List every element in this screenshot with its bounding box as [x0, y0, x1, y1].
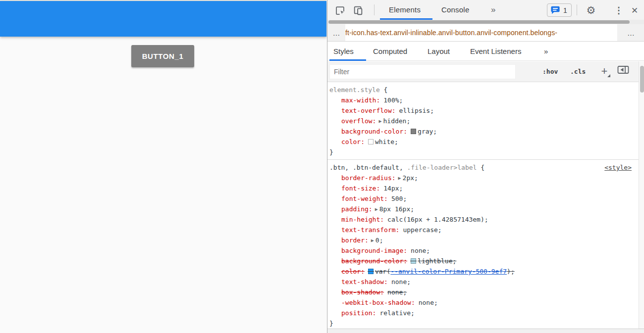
- color-swatch-primary-blue[interactable]: [368, 269, 374, 274]
- var-function-close: );: [507, 268, 515, 275]
- devtools-bottom-strip: [327, 329, 644, 333]
- css-variable-link[interactable]: --anvil-color-Primary-500-9ef7: [390, 268, 507, 275]
- style-source-link[interactable]: <style>: [604, 162, 632, 173]
- css-property-text-transform[interactable]: text-transform:uppercase;: [327, 225, 639, 235]
- kebab-menu-icon[interactable]: ⋮: [613, 4, 625, 16]
- css-property-border[interactable]: border:▶0;: [327, 235, 639, 245]
- message-bubble-icon: [550, 6, 560, 15]
- expand-shorthand-icon[interactable]: ▶: [378, 118, 381, 124]
- toggle-hover-state-button[interactable]: :hov: [542, 65, 558, 79]
- open-brace: {: [477, 164, 484, 171]
- selector-element-style: element.style: [329, 86, 380, 94]
- color-swatch-white[interactable]: [368, 139, 374, 144]
- css-property-background-image[interactable]: background-image:none;: [327, 245, 639, 256]
- tab-event-listeners[interactable]: Event Listeners: [470, 42, 521, 61]
- css-property-max-width[interactable]: max-width:100%;: [327, 95, 639, 105]
- settings-gear-icon[interactable]: ⚙: [585, 4, 597, 16]
- css-property-color[interactable]: color:white;: [327, 137, 639, 147]
- css-property-min-height[interactable]: min-height:calc(16px + 1.42857143em);: [327, 214, 639, 225]
- toggle-element-classes-button[interactable]: .cls: [570, 65, 586, 79]
- more-sidebar-tabs-icon[interactable]: »: [544, 42, 548, 61]
- dom-breadcrumb-bar: … ft-icon.has-text.anvil-inlinable.anvil…: [327, 24, 644, 42]
- more-tabs-icon[interactable]: »: [491, 0, 496, 20]
- device-toolbar-icon[interactable]: [352, 4, 364, 16]
- issues-counter-button[interactable]: 1: [547, 3, 572, 17]
- inspect-element-icon[interactable]: [334, 4, 346, 16]
- tab-styles[interactable]: Styles: [333, 42, 354, 61]
- tab-console[interactable]: Console: [441, 0, 469, 20]
- var-function-open: var(: [375, 268, 390, 275]
- css-rule-btn: <style>.btn, .btn-default, .file-loader>…: [327, 159, 639, 331]
- close-brace-line: }: [327, 318, 639, 329]
- css-rule-element-style: element.style { max-width:100%; text-ove…: [327, 82, 639, 159]
- toolbar-divider: [374, 4, 375, 15]
- styles-sidebar-tabs: Styles Computed Layout Event Listeners »: [327, 42, 644, 61]
- breadcrumb-overflow-left[interactable]: …: [327, 24, 345, 41]
- expand-shorthand-icon[interactable]: ▶: [398, 175, 401, 181]
- horizontal-scrollbar-thumb[interactable]: [328, 20, 630, 24]
- styles-filter-bar: :hov .cls +: [327, 61, 644, 82]
- css-property-font-size[interactable]: font-size:14px;: [327, 183, 639, 193]
- color-swatch-lightblue[interactable]: [411, 258, 416, 264]
- open-brace: {: [384, 86, 388, 94]
- issues-count-label: 1: [563, 6, 567, 14]
- toggle-sidebar-icon[interactable]: [617, 65, 629, 74]
- app-preview-pane: BUTTON_1: [0, 0, 326, 333]
- selector-matched: .btn, .btn-default,: [329, 164, 403, 171]
- css-property-font-weight[interactable]: font-weight:500;: [327, 193, 639, 204]
- close-brace-line: }: [327, 147, 639, 157]
- styles-vertical-scrollbar: [639, 61, 644, 329]
- styles-pane: element.style { max-width:100%; text-ove…: [327, 82, 639, 329]
- devtools-toolbar: Elements Console » 1 ⚙ ⋮ ✕: [327, 0, 644, 20]
- css-property-box-shadow-overridden[interactable]: box-shadow:none;: [327, 287, 639, 297]
- expand-shorthand-icon[interactable]: ▶: [375, 206, 378, 212]
- screen: BUTTON_1 Elements Console »: [0, 0, 644, 333]
- styles-filter-input[interactable]: [329, 64, 516, 79]
- tab-styles-active-underline: [329, 59, 366, 61]
- rule-selector-line[interactable]: element.style {: [327, 85, 639, 95]
- close-brace: }: [329, 148, 333, 156]
- css-property-webkit-box-shadow[interactable]: -webkit-box-shadow:none;: [327, 297, 639, 308]
- tab-elements[interactable]: Elements: [389, 0, 421, 20]
- css-property-border-radius[interactable]: border-radius:▶2px;: [327, 173, 639, 183]
- css-property-color-overridden[interactable]: color:var(--anvil-color-Primary-500-9ef7…: [327, 266, 639, 277]
- color-swatch-gray[interactable]: [411, 129, 416, 134]
- css-property-padding[interactable]: padding:▶8px 16px;: [327, 204, 639, 214]
- button-1[interactable]: BUTTON_1: [131, 45, 194, 67]
- breadcrumb-overflow-right[interactable]: …: [617, 24, 644, 41]
- close-brace: }: [329, 320, 333, 327]
- rule-selector-line[interactable]: <style>.btn, .btn-default, .file-loader>…: [327, 162, 639, 173]
- devtools-panel: Elements Console » 1 ⚙ ⋮ ✕ … ft: [327, 0, 644, 333]
- css-property-background-color[interactable]: background-color:gray;: [327, 126, 639, 137]
- app-header-bar: [0, 1, 326, 37]
- tab-computed[interactable]: Computed: [373, 42, 407, 61]
- new-style-rule-button[interactable]: +: [598, 65, 611, 79]
- css-property-overflow[interactable]: overflow:▶hidden;: [327, 116, 639, 126]
- tab-layout[interactable]: Layout: [428, 42, 450, 61]
- close-devtools-icon[interactable]: ✕: [629, 4, 641, 16]
- expand-shorthand-icon[interactable]: ▶: [371, 238, 374, 243]
- breadcrumb-selected-node[interactable]: ft-icon.has-text.anvil-inlinable.anvil-b…: [345, 24, 617, 41]
- selector-unmatched: .file-loader>label: [403, 164, 477, 171]
- css-property-text-shadow[interactable]: text-shadow:none;: [327, 277, 639, 287]
- toolbar-divider-2: [577, 4, 577, 15]
- css-property-text-overflow[interactable]: text-overflow:ellipsis;: [327, 105, 639, 116]
- elements-horizontal-scrollbar: [327, 20, 644, 24]
- css-property-position[interactable]: position:relative;: [327, 308, 639, 318]
- vertical-scrollbar-thumb[interactable]: [640, 66, 644, 93]
- css-property-background-color-overridden[interactable]: background-color:lightblue;: [327, 256, 639, 266]
